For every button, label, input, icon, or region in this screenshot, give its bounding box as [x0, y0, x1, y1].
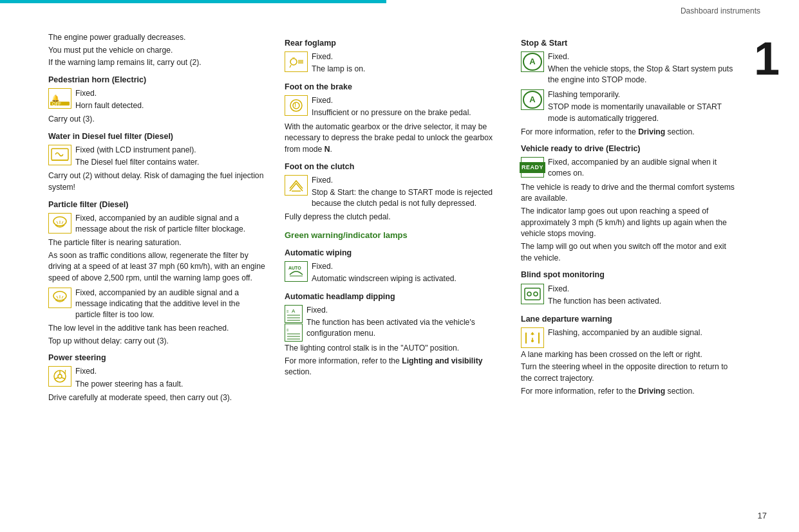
icon-clutch-text: Fixed. Stop & Start: the change to START… [312, 175, 502, 210]
text-stop-start-ref: For more information, refer to the Drivi… [521, 127, 738, 138]
icon-row-stop-start-2: A Flashing temporarily. STOP mode is mom… [521, 89, 738, 125]
svg-point-8 [58, 374, 62, 378]
icon-row-particle: Fixed, accompanied by an audible signal … [48, 213, 265, 236]
icon-brake-text: Fixed. Insufficient or no pressure on th… [312, 95, 502, 120]
icon-additive [48, 288, 71, 308]
icon-foglamp-text: Fixed. The lamp is on. [312, 51, 502, 76]
icon-stop-start-2: A [521, 89, 544, 110]
header-title: Dashboard instruments [681, 6, 760, 15]
icon-horn: 🔔 OFF [48, 88, 71, 109]
icon-clutch [285, 175, 308, 196]
icon-row-clutch: Fixed. Stop & Start: the change to START… [285, 175, 502, 210]
svg-line-11 [62, 378, 65, 379]
svg-point-35 [534, 292, 538, 296]
svg-rect-3 [52, 149, 68, 160]
svg-text:≈: ≈ [292, 55, 296, 61]
icon-brake: ! [285, 95, 308, 116]
icon-row-foglamp: ≈ Fixed. The lamp is on. [285, 51, 502, 76]
icon-stop-start-text-2: Flashing temporarily. STOP mode is momen… [548, 89, 738, 125]
icon-ready: READY [521, 157, 544, 178]
svg-text:≡: ≡ [287, 328, 289, 332]
text-lane-1: A lane marking has been crossed on the l… [521, 349, 738, 361]
title-foot-clutch: Foot on the clutch [285, 161, 502, 172]
page-header: Dashboard instruments [681, 6, 760, 15]
main-content: The engine power gradually decreases. Yo… [0, 19, 799, 513]
icons-headlamp: ≡ A ≡ [285, 305, 303, 342]
text-top-up: Top up without delay: carry out (3). [48, 336, 265, 347]
text-lane-2: Turn the steering wheel in the opposite … [521, 362, 738, 384]
text-brake-gearbox: With the automatic gearbox or the drive … [285, 122, 502, 156]
icon-diesel-text: Fixed (with LCD instrument panel). The D… [75, 145, 265, 169]
icon-blind [521, 284, 544, 304]
text-lighting-ref: For more information, refer to the Light… [285, 356, 502, 378]
icon-stop-start-circle: A [523, 53, 542, 71]
title-power-steering: Power steering [48, 352, 265, 363]
text-carry-out-2: Carry out (2) without delay. Risk of dam… [48, 170, 265, 193]
icon-row-additive: Fixed, accompanied by an audible signal … [48, 288, 265, 322]
text-vehicle-ready-1: The vehicle is ready to drive and the th… [521, 182, 738, 205]
text-drive-carefully: Drive carefully at moderate speed, then … [48, 392, 265, 404]
title-water-diesel: Water in Diesel fuel filter (Diesel) [48, 131, 265, 142]
text-lane-3: For more information, refer to the Drivi… [521, 386, 738, 398]
text-fully-depress: Fully depress the clutch pedal. [285, 212, 502, 223]
title-pedestrian-horn: Pedestrian horn (Electric) [48, 74, 265, 86]
svg-text:!: ! [64, 369, 66, 375]
icon-steering: ! [48, 366, 71, 387]
icon-stop-start-circle-2: A [523, 91, 542, 109]
title-green-warning: Green warning/indicator lamps [285, 230, 502, 242]
title-auto-headlamp: Automatic headlamp dipping [285, 291, 502, 302]
icon-lane-text: Flashing, accompanied by an audible sign… [548, 327, 738, 340]
svg-text:!: ! [294, 102, 296, 111]
top-bar [0, 0, 386, 3]
icon-row-ready: READY Fixed, accompanied by an audible s… [521, 157, 738, 180]
title-lane-departure: Lane departure warning [521, 313, 738, 325]
icon-row-diesel: Fixed (with LCD instrument panel). The D… [48, 145, 265, 169]
icon-wiping: AUTO [285, 261, 308, 282]
title-foot-brake: Foot on the brake [285, 81, 502, 93]
title-stop-start: Stop & Start [521, 37, 738, 49]
text-vehicle-ready-3: The lamp will go out when you switch off… [521, 241, 738, 264]
icon-row-blind: Fixed. The function has been activated. [521, 284, 738, 308]
text-put-vehicle: You must put the vehicle on charge. [48, 45, 265, 57]
icon-steering-text: Fixed. The power steering has a fault. [75, 366, 265, 390]
icon-row-wiping: AUTO Fixed. Automatic windscreen wiping … [285, 261, 502, 286]
title-auto-wiping: Automatic wiping [285, 247, 502, 259]
icon-headlamp-bottom: ≡ [285, 324, 303, 342]
column-3: Stop & Start A Fixed. When the vehicle s… [511, 32, 780, 500]
title-particle-filter: Particle filter (Diesel) [48, 199, 265, 210]
column-2: Rear foglamp ≈ Fixed. The lamp is on. Fo… [275, 32, 511, 500]
text-regenerate: As soon as traffic conditions allow, reg… [48, 250, 265, 284]
icon-headlamp-text: Fixed. The function has been activated v… [306, 305, 502, 340]
text-engine-power: The engine power gradually decreases. [48, 32, 265, 44]
icon-stop-start-1: A [521, 51, 544, 72]
text-vehicle-ready-2: The indicator lamp goes out upon reachin… [521, 206, 738, 240]
icon-particle-text: Fixed, accompanied by an audible signal … [75, 213, 265, 236]
title-vehicle-ready: Vehicle ready to drive (Electric) [521, 143, 738, 154]
icon-wiping-text: Fixed. Automatic windscreen wiping is ac… [312, 261, 502, 286]
text-additive-low: The low level in the additive tank has b… [48, 323, 265, 335]
title-rear-foglamp: Rear foglamp [285, 37, 502, 49]
text-carry-out-3: Carry out (3). [48, 114, 265, 125]
svg-text:≡: ≡ [287, 309, 289, 313]
icon-lane [521, 327, 544, 348]
icon-row-steering: ! Fixed. The power steering has a fault. [48, 366, 265, 390]
icon-stop-start-text-1: Fixed. When the vehicle stops, the Stop … [548, 51, 738, 87]
icon-ready-desc: Fixed, accompanied by an audible signal … [548, 157, 738, 180]
icon-foglamp: ≈ [285, 51, 308, 72]
svg-text:OFF: OFF [52, 102, 61, 106]
icon-row-lane: Flashing, accompanied by an audible sign… [521, 327, 738, 348]
svg-text:AUTO: AUTO [288, 266, 301, 270]
column-1: The engine power gradually decreases. Yo… [19, 32, 275, 500]
icon-row-brake: ! Fixed. Insufficient or no pressure on … [285, 95, 502, 120]
svg-text:A: A [292, 308, 296, 314]
svg-point-38 [531, 340, 534, 342]
icon-additive-text: Fixed, accompanied by an audible signal … [75, 288, 265, 322]
svg-point-34 [527, 292, 531, 296]
svg-line-10 [55, 378, 58, 379]
icon-blind-text: Fixed. The function has been activated. [548, 284, 738, 308]
icon-particle [48, 213, 71, 234]
text-lighting-stalk: The lighting control stalk is in the "AU… [285, 343, 502, 354]
icon-headlamp-top: ≡ A [285, 305, 303, 323]
icon-row-stop-start-1: A Fixed. When the vehicle stops, the Sto… [521, 51, 738, 87]
icon-row-horn: 🔔 OFF Fixed. Horn fault detected. [48, 88, 265, 113]
